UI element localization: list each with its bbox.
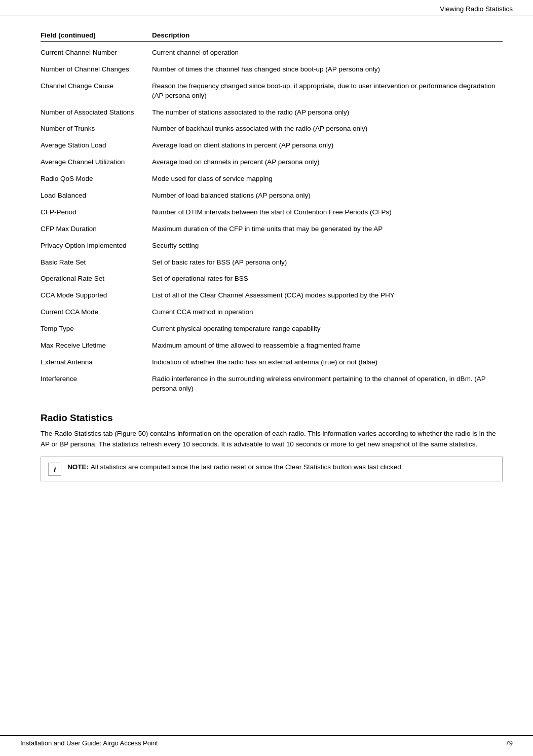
field-cell: CFP Max Duration — [41, 224, 152, 234]
desc-cell: List of all of the Clear Channel Assessm… — [152, 291, 503, 300]
desc-cell: Current physical operating temperature r… — [152, 324, 503, 334]
header-title: Viewing Radio Statistics — [440, 5, 513, 13]
table-row: Privacy Option ImplementedSecurity setti… — [41, 238, 503, 254]
page-content: Field (continued) Description Current Ch… — [0, 16, 533, 502]
table-row: Channel Change CauseReason the frequency… — [41, 78, 503, 104]
desc-cell: Set of basic rates for BSS (AP persona o… — [152, 258, 503, 268]
table-row: Max Receive LifetimeMaximum amount of ti… — [41, 337, 503, 354]
field-cell: Max Receive Lifetime — [41, 341, 152, 351]
note-label: NOTE: — [67, 463, 91, 471]
desc-cell: Number of backhaul trunks associated wit… — [152, 124, 503, 134]
footer-right: 79 — [506, 739, 513, 747]
field-cell: CFP-Period — [41, 208, 152, 217]
footer-left: Installation and User Guide: Airgo Acces… — [20, 739, 158, 747]
field-cell: Basic Rate Set — [41, 258, 152, 268]
table-row: Current Channel NumberCurrent channel of… — [41, 45, 503, 61]
field-cell: Interference — [41, 374, 152, 384]
desc-cell: Number of load balanced stations (AP per… — [152, 191, 503, 201]
table-row: Current CCA ModeCurrent CCA method in op… — [41, 304, 503, 321]
desc-cell: The number of stations associated to the… — [152, 108, 503, 118]
desc-cell: Maximum duration of the CFP in time unit… — [152, 224, 503, 234]
field-table: Field (continued) Description Current Ch… — [41, 31, 503, 397]
field-cell: Number of Trunks — [41, 124, 152, 134]
field-cell: Current CCA Mode — [41, 308, 152, 317]
field-cell: Radio QoS Mode — [41, 174, 152, 184]
desc-cell: Reason the frequency changed since boot-… — [152, 82, 503, 101]
table-header-row: Field (continued) Description — [41, 31, 503, 42]
note-text: NOTE: All statistics are computed since … — [67, 462, 403, 472]
field-cell: Average Channel Utilization — [41, 158, 152, 167]
desc-cell: Number of times the channel has changed … — [152, 65, 503, 74]
desc-cell: Set of operational rates for BSS — [152, 274, 503, 284]
field-cell: Number of Associated Stations — [41, 108, 152, 118]
table-row: Average Station LoadAverage load on clie… — [41, 137, 503, 154]
desc-cell: Maximum amount of time allowed to reasse… — [152, 341, 503, 351]
field-cell: Average Station Load — [41, 141, 152, 150]
field-cell: Temp Type — [41, 324, 152, 334]
table-row: CCA Mode SupportedList of all of the Cle… — [41, 287, 503, 304]
table-row: Temp TypeCurrent physical operating temp… — [41, 321, 503, 337]
table-row: CFP-PeriodNumber of DTIM intervals betwe… — [41, 204, 503, 221]
section-heading: Radio Statistics — [41, 412, 503, 424]
field-cell: Operational Rate Set — [41, 274, 152, 284]
desc-cell: Indication of whether the radio has an e… — [152, 358, 503, 367]
section-body: The Radio Statistics tab (Figure 50) con… — [41, 429, 503, 450]
field-cell: CCA Mode Supported — [41, 291, 152, 300]
desc-cell: Security setting — [152, 241, 503, 251]
table-row: Number of TrunksNumber of backhaul trunk… — [41, 121, 503, 137]
field-cell: External Antenna — [41, 358, 152, 367]
col-desc-header: Description — [152, 31, 503, 39]
desc-cell: Current CCA method in operation — [152, 308, 503, 317]
table-row: Average Channel UtilizationAverage load … — [41, 154, 503, 171]
table-row: Basic Rate SetSet of basic rates for BSS… — [41, 254, 503, 271]
note-body: All statistics are computed since the la… — [91, 463, 403, 471]
table-row: Number of Channel ChangesNumber of times… — [41, 61, 503, 78]
table-row: InterferenceRadio interference in the su… — [41, 371, 503, 397]
field-cell: Load Balanced — [41, 191, 152, 201]
field-cell: Channel Change Cause — [41, 82, 152, 91]
field-cell: Privacy Option Implemented — [41, 241, 152, 251]
field-cell: Current Channel Number — [41, 48, 152, 58]
page-footer: Installation and User Guide: Airgo Acces… — [0, 735, 533, 747]
desc-cell: Number of DTIM intervals between the sta… — [152, 208, 503, 217]
field-cell: Number of Channel Changes — [41, 65, 152, 74]
table-row: CFP Max DurationMaximum duration of the … — [41, 221, 503, 238]
table-row: Radio QoS ModeMode used for class of ser… — [41, 171, 503, 187]
note-icon: i — [48, 463, 61, 476]
table-row: Operational Rate SetSet of operational r… — [41, 271, 503, 287]
desc-cell: Mode used for class of service mapping — [152, 174, 503, 184]
note-box: i NOTE: All statistics are computed sinc… — [41, 457, 503, 481]
table-row: Load BalancedNumber of load balanced sta… — [41, 187, 503, 204]
table-body: Current Channel NumberCurrent channel of… — [41, 45, 503, 397]
desc-cell: Average load on client stations in perce… — [152, 141, 503, 150]
desc-cell: Average load on channels in percent (AP … — [152, 158, 503, 167]
table-row: External AntennaIndication of whether th… — [41, 354, 503, 371]
desc-cell: Radio interference in the surrounding wi… — [152, 374, 503, 394]
desc-cell: Current channel of operation — [152, 48, 503, 58]
table-row: Number of Associated StationsThe number … — [41, 104, 503, 121]
col-field-header: Field (continued) — [41, 31, 152, 39]
page-header: Viewing Radio Statistics — [0, 0, 533, 16]
